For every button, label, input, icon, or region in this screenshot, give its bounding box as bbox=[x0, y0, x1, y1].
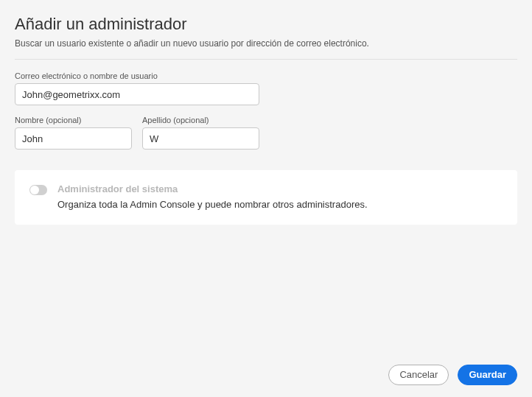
firstname-label: Nombre (opcional) bbox=[15, 116, 132, 124]
lastname-input[interactable] bbox=[142, 127, 259, 150]
toggle-knob bbox=[30, 186, 39, 194]
dialog-subtitle: Buscar un usuario existente o añadir un … bbox=[15, 38, 517, 49]
firstname-input[interactable] bbox=[15, 127, 132, 150]
save-button[interactable]: Guardar bbox=[458, 365, 517, 385]
dialog-footer: Cancelar Guardar bbox=[388, 365, 517, 385]
lastname-label: Apellido (opcional) bbox=[142, 116, 259, 124]
cancel-button[interactable]: Cancelar bbox=[388, 365, 449, 385]
email-label: Correo electrónico o nombre de usuario bbox=[15, 71, 259, 80]
system-admin-description: Organiza toda la Admin Console y puede n… bbox=[57, 199, 503, 210]
system-admin-label: Administrador del sistema bbox=[57, 183, 503, 194]
admin-row: Administrador del sistema Organiza toda … bbox=[29, 183, 503, 210]
email-row: Correo electrónico o nombre de usuario bbox=[15, 71, 517, 105]
add-admin-dialog: Añadir un administrador Buscar un usuari… bbox=[0, 0, 532, 397]
dialog-title: Añadir un administrador bbox=[15, 15, 517, 34]
lastname-group: Apellido (opcional) bbox=[142, 116, 259, 150]
divider bbox=[15, 59, 517, 60]
firstname-group: Nombre (opcional) bbox=[15, 116, 132, 150]
admin-panel: Administrador del sistema Organiza toda … bbox=[15, 170, 517, 225]
admin-text: Administrador del sistema Organiza toda … bbox=[57, 183, 503, 210]
email-group: Correo electrónico o nombre de usuario bbox=[15, 71, 259, 105]
name-row: Nombre (opcional) Apellido (opcional) bbox=[15, 116, 517, 150]
email-input[interactable] bbox=[15, 83, 259, 105]
system-admin-toggle[interactable] bbox=[29, 185, 47, 195]
